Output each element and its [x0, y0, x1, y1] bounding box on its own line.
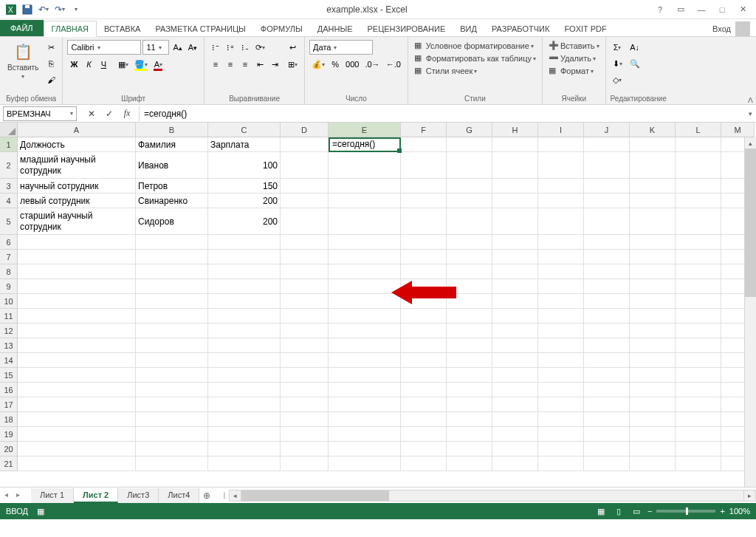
col-header[interactable]: B — [136, 123, 208, 137]
cell-styles-button[interactable]: ▦Стили ячеек▾ — [413, 65, 537, 77]
font-color-icon[interactable]: A▾ — [151, 57, 165, 72]
cell[interactable] — [329, 368, 401, 383]
cell[interactable] — [401, 338, 447, 353]
tab-developer[interactable]: РАЗРАБОТЧИК — [484, 21, 557, 36]
col-header[interactable]: H — [492, 123, 538, 137]
cell[interactable] — [676, 442, 721, 456]
cell[interactable] — [492, 412, 538, 427]
cell[interactable] — [492, 338, 538, 353]
cell[interactable] — [18, 383, 136, 397]
cell[interactable] — [630, 309, 676, 324]
cell[interactable] — [136, 324, 208, 338]
cell[interactable] — [676, 456, 721, 471]
cell[interactable] — [281, 309, 329, 324]
add-sheet-button[interactable]: ⊕ — [199, 490, 214, 501]
cell[interactable] — [676, 264, 721, 279]
cell[interactable] — [676, 250, 721, 264]
cell[interactable] — [492, 353, 538, 368]
cell[interactable] — [136, 235, 208, 250]
row-header[interactable]: 10 — [0, 294, 18, 309]
cell[interactable] — [630, 397, 676, 412]
cell[interactable]: Фамилия — [136, 137, 208, 152]
cell[interactable] — [538, 368, 584, 383]
cell[interactable] — [538, 383, 584, 397]
cell[interactable] — [492, 383, 538, 397]
select-all-button[interactable] — [0, 123, 18, 137]
cell[interactable] — [401, 397, 447, 412]
tab-file[interactable]: ФАЙЛ — [0, 20, 44, 36]
cell[interactable]: младший научный сотрудник — [18, 152, 136, 179]
cell[interactable] — [18, 294, 136, 309]
indent-increase-icon[interactable]: ⇥ — [268, 57, 281, 72]
cell[interactable] — [447, 309, 492, 324]
cell[interactable] — [208, 368, 281, 383]
row-header[interactable]: 11 — [0, 309, 18, 324]
cell[interactable] — [630, 137, 676, 152]
shrink-font-icon[interactable]: A▾ — [186, 40, 199, 55]
zoom-out-icon[interactable]: − — [647, 507, 652, 516]
sort-filter-icon[interactable]: A↓ — [628, 40, 642, 55]
page-layout-view-icon[interactable]: ▯ — [612, 505, 625, 517]
cell[interactable] — [538, 397, 584, 412]
cell[interactable] — [281, 137, 329, 152]
cell[interactable] — [329, 427, 401, 442]
tab-layout[interactable]: РАЗМЕТКА СТРАНИЦЫ — [148, 21, 252, 36]
cell[interactable]: левый сотрудник — [18, 194, 136, 208]
row-header[interactable]: 9 — [0, 279, 18, 294]
cell[interactable] — [584, 152, 630, 179]
fill-icon[interactable]: ⬇▾ — [611, 56, 625, 71]
cell[interactable] — [630, 368, 676, 383]
cell[interactable] — [281, 456, 329, 471]
format-painter-icon[interactable]: 🖌 — [44, 72, 58, 87]
cell[interactable] — [492, 442, 538, 456]
cell[interactable] — [676, 427, 721, 442]
cell[interactable] — [281, 294, 329, 309]
cell[interactable] — [630, 208, 676, 235]
cell[interactable] — [584, 456, 630, 471]
hscroll-thumb[interactable] — [241, 490, 389, 501]
row-header[interactable]: 1 — [0, 137, 18, 152]
cell[interactable] — [208, 264, 281, 279]
sheet-nav-next-icon[interactable]: ▸ — [16, 490, 27, 501]
save-icon[interactable] — [21, 3, 34, 16]
cell[interactable] — [281, 250, 329, 264]
cell[interactable] — [136, 250, 208, 264]
cell[interactable] — [401, 442, 447, 456]
cell[interactable] — [538, 324, 584, 338]
cell[interactable] — [492, 194, 538, 208]
cell[interactable] — [492, 235, 538, 250]
cell[interactable] — [447, 179, 492, 194]
sheet-tab[interactable]: Лист3 — [118, 488, 159, 503]
cell[interactable] — [208, 412, 281, 427]
cell[interactable] — [447, 264, 492, 279]
cell[interactable] — [401, 250, 447, 264]
cell[interactable] — [136, 353, 208, 368]
cell[interactable] — [281, 152, 329, 179]
cell[interactable]: Должность — [18, 137, 136, 152]
cell[interactable] — [630, 264, 676, 279]
cell[interactable] — [447, 279, 492, 294]
row-header[interactable]: 18 — [0, 412, 18, 427]
tab-view[interactable]: ВИД — [453, 21, 484, 36]
cell[interactable]: Свинаренко — [136, 194, 208, 208]
cell[interactable] — [281, 442, 329, 456]
cell[interactable] — [492, 309, 538, 324]
cell[interactable]: Петров — [136, 179, 208, 194]
cell[interactable] — [538, 152, 584, 179]
cell[interactable] — [447, 397, 492, 412]
cell[interactable] — [630, 427, 676, 442]
cell[interactable] — [401, 152, 447, 179]
insert-function-icon[interactable]: fx — [120, 106, 134, 121]
cell[interactable]: Зарплата — [208, 137, 281, 152]
cell[interactable] — [584, 412, 630, 427]
cell[interactable] — [136, 427, 208, 442]
cell[interactable] — [630, 353, 676, 368]
cell[interactable] — [18, 368, 136, 383]
comma-icon[interactable]: 000 — [343, 57, 361, 72]
cell[interactable] — [329, 397, 401, 412]
cell[interactable] — [281, 368, 329, 383]
cell[interactable]: научный сотрудник — [18, 179, 136, 194]
scroll-left-icon[interactable]: ◂ — [230, 490, 241, 501]
cell[interactable] — [136, 264, 208, 279]
cell[interactable] — [676, 179, 721, 194]
